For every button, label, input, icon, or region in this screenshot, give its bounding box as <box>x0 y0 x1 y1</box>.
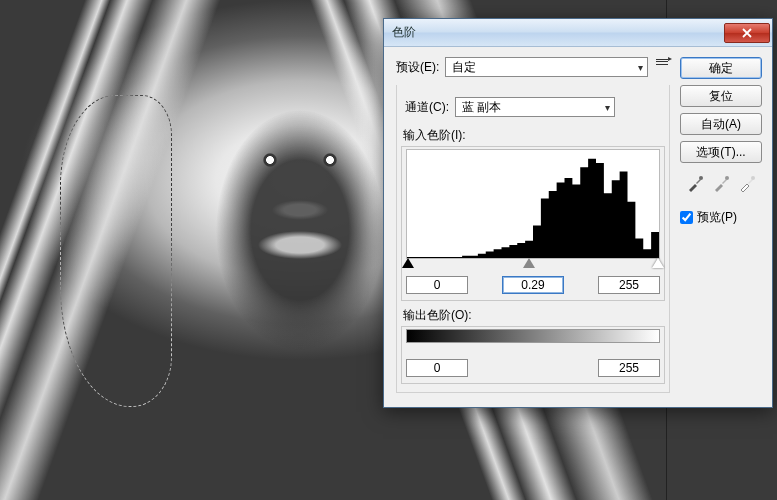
input-slider-track <box>406 258 660 272</box>
preview-label: 预览(P) <box>697 209 737 226</box>
auto-button[interactable]: 自动(A) <box>680 113 762 135</box>
output-shadow-field[interactable] <box>406 359 468 377</box>
preview-checkbox[interactable] <box>680 211 693 224</box>
chevron-down-icon: ▾ <box>605 102 610 113</box>
output-levels-label: 输出色阶(O): <box>403 307 663 324</box>
channel-value: 蓝 副本 <box>462 99 501 116</box>
svg-point-1 <box>725 176 729 180</box>
svg-point-2 <box>751 176 755 180</box>
input-midtone-slider[interactable] <box>523 258 535 268</box>
cancel-button[interactable]: 复位 <box>680 85 762 107</box>
channel-label: 通道(C): <box>405 99 449 116</box>
input-shadow-slider[interactable] <box>402 258 414 268</box>
preset-select[interactable]: 自定 ▾ <box>445 57 648 77</box>
levels-dialog: 色阶 预设(E): 自定 ▾ 通道(C): 蓝 副本 <box>383 18 773 408</box>
chevron-down-icon: ▾ <box>638 62 643 73</box>
input-highlight-slider[interactable] <box>652 258 664 268</box>
channel-select[interactable]: 蓝 副本 ▾ <box>455 97 615 117</box>
preset-label: 预设(E): <box>396 59 439 76</box>
input-levels-label: 输入色阶(I): <box>403 127 663 144</box>
preview-checkbox-row[interactable]: 预览(P) <box>680 209 762 226</box>
histogram <box>406 149 660 259</box>
options-button[interactable]: 选项(T)... <box>680 141 762 163</box>
dialog-title: 色阶 <box>392 24 416 41</box>
eyedropper-black-icon[interactable] <box>686 175 704 193</box>
output-highlight-field[interactable] <box>598 359 660 377</box>
preset-value: 自定 <box>452 59 476 76</box>
svg-point-0 <box>699 176 703 180</box>
close-button[interactable] <box>724 23 770 43</box>
output-gradient <box>406 329 660 343</box>
eyedropper-gray-icon[interactable] <box>712 175 730 193</box>
ok-button[interactable]: 确定 <box>680 57 762 79</box>
input-highlight-field[interactable] <box>598 276 660 294</box>
close-icon <box>741 28 753 38</box>
output-slider-track <box>406 343 660 355</box>
preset-menu-button[interactable] <box>654 59 670 75</box>
eyedropper-white-icon[interactable] <box>738 175 756 193</box>
input-midtone-field[interactable] <box>502 276 564 294</box>
input-shadow-field[interactable] <box>406 276 468 294</box>
dialog-titlebar[interactable]: 色阶 <box>384 19 772 47</box>
